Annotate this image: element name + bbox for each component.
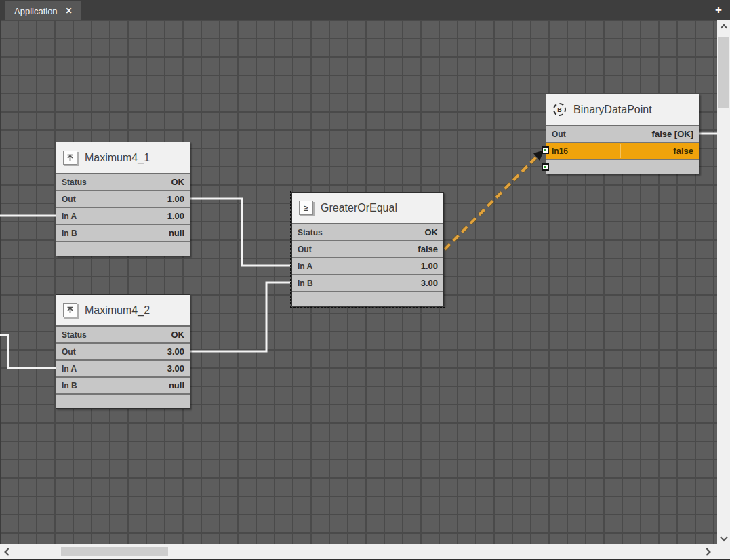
block-header[interactable]: ≥ GreaterOrEqual: [292, 193, 443, 224]
close-icon[interactable]: ✕: [66, 6, 73, 16]
slot-row-status[interactable]: Status OK: [292, 224, 443, 241]
vertical-scrollbar[interactable]: [717, 20, 730, 544]
slot-label: In A: [62, 364, 77, 374]
scroll-left-button[interactable]: [1, 545, 14, 558]
slot-row-out[interactable]: Out false [OK]: [546, 126, 699, 143]
slot-row-ina[interactable]: In A 1.00: [56, 208, 190, 225]
slot-row-inb[interactable]: In B 3.00: [292, 275, 443, 292]
chevron-right-icon: [703, 548, 710, 555]
slot-label: Out: [298, 245, 312, 254]
slot-row-out[interactable]: Out false: [292, 241, 443, 258]
block-footer: [56, 242, 190, 256]
block-maximum4-2[interactable]: Maximum4_2 Status OK Out 3.00 In A 3.00 …: [56, 294, 190, 409]
slot-value: 1.00: [167, 211, 184, 221]
tab-label: Application: [14, 6, 58, 16]
slot-label: In A: [298, 262, 312, 271]
slot-label: In A: [62, 212, 77, 221]
greater-or-equal-icon: ≥: [299, 201, 313, 215]
slot-label: In B: [298, 279, 313, 288]
slot-value: null: [169, 380, 184, 391]
slot-label: Out: [62, 347, 76, 357]
link-endpoint-handle[interactable]: [542, 163, 549, 171]
block-title: BinaryDataPoint: [573, 104, 652, 116]
maximum-icon: [63, 303, 77, 317]
block-title: Maximum4_2: [85, 304, 150, 317]
slot-value: false [OK]: [652, 129, 693, 139]
slot-value: OK: [171, 177, 185, 187]
chevron-down-icon: [720, 533, 727, 540]
slot-value: false: [673, 146, 693, 156]
slot-label: Status: [298, 228, 323, 237]
slot-value: OK: [171, 329, 185, 340]
slot-label: Status: [62, 178, 87, 187]
block-binarydatapoint[interactable]: B BinaryDataPoint Out false [OK] In16 fa…: [546, 94, 699, 174]
slot-row-in16-highlighted[interactable]: In16 false: [546, 143, 699, 160]
chevron-left-icon: [4, 548, 12, 555]
slot-row-out[interactable]: Out 3.00: [56, 344, 190, 361]
vertical-scrollbar-thumb[interactable]: [718, 37, 729, 108]
slot-value: 1.00: [167, 194, 184, 204]
slot-row-out[interactable]: Out 1.00: [56, 191, 190, 208]
block-footer: [56, 395, 190, 408]
slot-value: null: [169, 228, 184, 238]
block-header[interactable]: B BinaryDataPoint: [546, 94, 699, 126]
maximum-icon: [63, 151, 77, 165]
wiresheet-canvas[interactable]: Maximum4_1 Status OK Out 1.00 In A 1.00 …: [0, 20, 717, 544]
wire-greaterorequal-out-to-binarydatapoint-in16-selected[interactable]: [445, 153, 540, 249]
block-footer: [292, 292, 443, 306]
scroll-up-button[interactable]: [717, 20, 730, 33]
block-header[interactable]: Maximum4_1: [56, 142, 190, 174]
slot-label: In16: [552, 146, 568, 156]
horizontal-scrollbar-thumb[interactable]: [61, 547, 168, 556]
wire-maximum4_2-out-to-greaterorequal-inb[interactable]: [186, 283, 296, 351]
link-endpoint-handle[interactable]: [542, 146, 549, 154]
tab-application[interactable]: Application ✕: [5, 1, 81, 20]
slot-label: Status: [62, 330, 87, 340]
horizontal-scrollbar[interactable]: [0, 544, 730, 559]
binary-data-point-icon: B: [553, 103, 566, 116]
slot-value: OK: [425, 227, 439, 237]
slot-row-inb[interactable]: In B null: [56, 225, 190, 242]
chevron-up-icon: [720, 24, 727, 31]
wire-left-to-maximum4_2-ina[interactable]: [0, 335, 60, 368]
slot-row-status[interactable]: Status OK: [56, 174, 190, 191]
slot-row-inb[interactable]: In B null: [56, 378, 190, 395]
slot-value: false: [418, 244, 438, 254]
add-tab-button[interactable]: +: [712, 2, 725, 18]
block-footer: [546, 160, 699, 174]
block-header[interactable]: Maximum4_2: [56, 295, 190, 327]
slot-row-ina[interactable]: In A 3.00: [56, 361, 190, 378]
tab-bar: Application ✕ +: [0, 0, 730, 20]
scroll-down-button[interactable]: [717, 532, 730, 544]
slot-value: 3.00: [421, 278, 438, 288]
slot-value: 1.00: [421, 261, 438, 271]
slot-value: 3.00: [167, 346, 184, 357]
block-maximum4-1[interactable]: Maximum4_1 Status OK Out 1.00 In A 1.00 …: [56, 142, 190, 256]
block-greaterorequal[interactable]: ≥ GreaterOrEqual Status OK Out false In …: [291, 192, 444, 306]
slot-label: Out: [62, 195, 76, 204]
wire-maximum4_1-out-to-greaterorequal-ina[interactable]: [186, 199, 296, 266]
slot-row-ina[interactable]: In A 1.00: [292, 258, 443, 275]
scroll-right-button[interactable]: [700, 545, 713, 558]
slot-row-status[interactable]: Status OK: [56, 327, 190, 344]
slot-value: 3.00: [167, 363, 184, 374]
slot-label: In B: [62, 228, 77, 238]
block-title: GreaterOrEqual: [321, 202, 397, 214]
block-title: Maximum4_1: [85, 152, 150, 164]
slot-label: In B: [62, 381, 77, 391]
slot-label: Out: [552, 129, 566, 139]
